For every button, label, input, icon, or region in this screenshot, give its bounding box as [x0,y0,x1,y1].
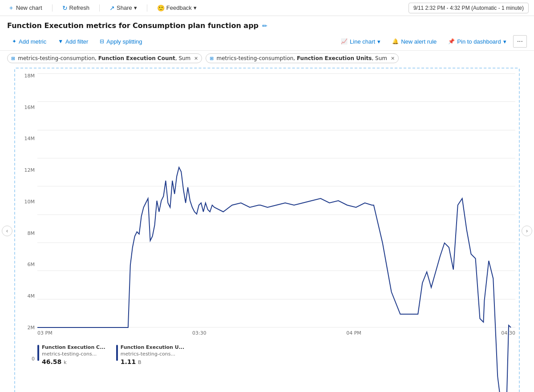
share-button[interactable]: ↗ Share ▾ [107,3,140,13]
x-label-04pm: 04 PM [346,330,361,336]
metric-toolbar: ✦ Add metric ▼ Add filter ⊟ Apply splitt… [0,32,534,51]
legend-unit-0: k [64,360,66,365]
top-bar: ＋ New chart ↻ Refresh ↗ Share ▾ 🙂 Feedba… [0,0,534,16]
pin-to-dashboard-button[interactable]: 📌 Pin to dashboard ▾ [443,36,511,48]
tag-text-1: metrics-testing-consumption, Function Ex… [217,55,387,61]
split-icon: ⊟ [100,38,104,44]
y-label-10m: 10M [17,199,35,205]
y-label-16m: 16M [17,105,35,110]
y-label-2m: 2M [17,325,35,331]
bell-icon: 🔔 [392,38,399,44]
share-icon: ↗ [109,4,115,12]
refresh-button[interactable]: ↻ Refresh [60,3,93,13]
filter-icon: ▼ [58,38,63,44]
feedback-button[interactable]: 🙂 Feedback ▾ [154,3,199,13]
more-options-button[interactable]: ··· [513,35,527,48]
legend-text-1: Function Execution U... metrics-testing-… [121,344,185,366]
time-range-label: 9/11 2:32 PM - 4:32 PM (Automatic - 1 mi… [413,5,524,11]
legend-sub-1: metrics-testing-cons... [121,351,185,357]
page-title: Function Execution metrics for Consumpti… [7,21,259,30]
tag-agg-1: , Sum [372,55,387,61]
y-label-4m: 4M [17,293,35,299]
legend-unit-1: B [138,360,142,365]
y-label-6m: 6M [17,262,35,267]
legend-color-1 [116,345,118,361]
top-bar-left: ＋ New chart ↻ Refresh ↗ Share ▾ 🙂 Feedba… [5,2,199,14]
legend-color-0 [37,345,39,361]
tag-agg-0: , Sum [175,55,191,61]
add-metric-button[interactable]: ✦ Add metric [7,36,51,48]
tag-icon-1: ⊞ [210,56,214,61]
new-alert-rule-button[interactable]: 🔔 New alert rule [387,36,441,48]
metric-tags: ⊞ metrics-testing-consumption, Function … [0,51,534,66]
feedback-icon: 🙂 [157,4,165,12]
metric-tag-0: ⊞ metrics-testing-consumption, Function … [7,53,202,63]
metric-toolbar-left: ✦ Add metric ▼ Add filter ⊟ Apply splitt… [7,36,147,48]
line-chart-icon: 📈 [341,38,348,44]
legend-item-0: Function Execution C... metrics-testing-… [37,344,105,366]
divider-1 [52,4,53,12]
y-axis: 0 2M 4M 6M 8M 10M 12M 14M 16M 18M [15,69,36,366]
time-range-button[interactable]: 9/11 2:32 PM - 4:32 PM (Automatic - 1 mi… [409,3,529,13]
tag-name-1: metrics-testing-consumption, [217,55,297,61]
chart-svg [37,74,515,327]
new-chart-button[interactable]: ＋ New chart [5,2,45,14]
top-bar-right: 9/11 2:32 PM - 4:32 PM (Automatic - 1 mi… [409,3,529,13]
metric-tag-1: ⊞ metrics-testing-consumption, Function … [206,53,399,63]
tag-remove-1[interactable]: ✕ [391,56,395,61]
plus-icon: ＋ [8,4,14,12]
chart-legend: Function Execution C... metrics-testing-… [37,340,515,366]
legend-name-0: Function Execution C... [42,344,105,351]
divider-2 [99,4,100,12]
apply-splitting-button[interactable]: ⊟ Apply splitting [95,36,147,48]
legend-value-1: 1.11 B [121,358,185,367]
nav-arrow-left[interactable]: ‹ [2,226,12,236]
legend-item-1: Function Execution U... metrics-testing-… [116,344,185,366]
chart-type-button[interactable]: 📈 Line chart ▾ [336,36,385,48]
tag-name-0: metrics-testing-consumption, [18,55,98,61]
add-filter-button[interactable]: ▼ Add filter [53,36,93,48]
tag-remove-0[interactable]: ✕ [194,56,198,61]
legend-sub-0: metrics-testing-cons... [42,351,105,357]
edit-icon[interactable]: ✏ [262,22,267,29]
pin-icon: 📌 [448,38,455,44]
x-axis: 03 PM 03:30 04 PM 04:30 [37,330,515,336]
metric-toolbar-right: 📈 Line chart ▾ 🔔 New alert rule 📌 Pin to… [336,35,527,48]
y-label-0: 0 [17,356,35,362]
tag-icon-0: ⊞ [11,56,15,61]
legend-name-1: Function Execution U... [121,344,185,351]
y-label-14m: 14M [17,136,35,141]
pin-chevron: ▾ [503,38,506,45]
y-label-8m: 8M [17,230,35,236]
y-label-18m: 18M [17,73,35,79]
legend-value-0: 46.58 k [42,358,105,367]
chart-inner [37,74,515,327]
tag-metric-1: Function Execution Units [297,55,372,61]
x-label-0330: 03:30 [192,330,206,336]
page-title-area: Function Execution metrics for Consumpti… [0,16,534,32]
tag-text-0: metrics-testing-consumption, Function Ex… [18,55,190,61]
divider-3 [147,4,147,12]
y-label-12m: 12M [17,167,35,173]
x-label-03pm: 03 PM [37,330,53,336]
feedback-chevron: ▾ [194,4,197,11]
legend-text-0: Function Execution C... metrics-testing-… [42,344,105,366]
chart-container: 0 2M 4M 6M 8M 10M 12M 14M 16M 18M [14,68,520,392]
chart-wrapper: ‹ 0 2M 4M 6M 8M 10M 12M 14M 16M 18M [7,68,527,392]
sparkle-icon: ✦ [12,38,16,44]
chart-type-chevron: ▾ [377,38,380,45]
nav-arrow-right[interactable]: › [522,226,532,236]
tag-metric-0: Function Execution Count [98,55,175,61]
refresh-icon: ↻ [62,4,68,12]
share-chevron: ▾ [134,4,137,11]
